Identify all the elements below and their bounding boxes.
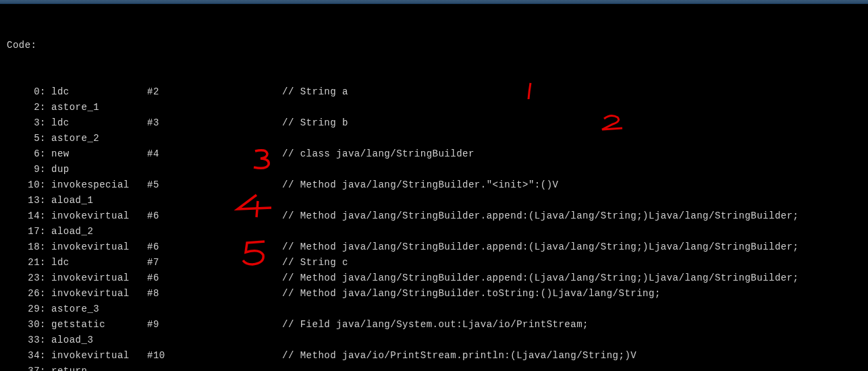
bytecode-line: 9:dup — [7, 162, 868, 177]
offset: 18: — [7, 239, 46, 255]
instruction: invokespecial — [46, 177, 147, 193]
constpool-ref — [147, 193, 282, 208]
instruction: astore_1 — [46, 100, 147, 115]
constpool-ref: #3 — [147, 115, 282, 131]
instruction: return — [46, 364, 147, 371]
offset: 21: — [7, 255, 46, 270]
constpool-ref — [147, 100, 282, 115]
comment: // Method java/io/PrintStream.println:(L… — [282, 348, 636, 364]
instruction: ldc — [46, 115, 147, 131]
instruction: dup — [46, 162, 147, 177]
offset: 14: — [7, 208, 46, 224]
offset: 5: — [7, 131, 46, 146]
constpool-ref — [147, 162, 282, 177]
offset: 2: — [7, 100, 46, 115]
instruction: invokevirtual — [46, 239, 147, 255]
instruction: invokevirtual — [46, 286, 147, 302]
constpool-ref: #7 — [147, 255, 282, 270]
instruction: invokevirtual — [46, 208, 147, 224]
instruction: ldc — [46, 84, 147, 100]
bytecode-line: 14:invokevirtual#6// Method java/lang/St… — [7, 208, 868, 224]
constpool-ref: #5 — [147, 177, 282, 193]
bytecode-line: 26:invokevirtual#8// Method java/lang/St… — [7, 286, 868, 302]
comment: // Method java/lang/StringBuilder.append… — [282, 208, 799, 224]
bytecode-line: 34:invokevirtual#10// Method java/io/Pri… — [7, 348, 868, 364]
comment: // Method java/lang/StringBuilder.append… — [282, 270, 799, 286]
offset: 0: — [7, 84, 46, 100]
instruction: astore_2 — [46, 131, 147, 146]
instruction: aload_1 — [46, 193, 147, 208]
instruction: new — [46, 146, 147, 162]
constpool-ref: #2 — [147, 84, 282, 100]
constpool-ref: #6 — [147, 208, 282, 224]
instruction: aload_2 — [46, 224, 147, 239]
bytecode-line: 5:astore_2 — [7, 131, 868, 146]
comment: // String c — [282, 255, 348, 270]
bytecode-line: 21:ldc#7// String c — [7, 255, 868, 270]
comment: // class java/lang/StringBuilder — [282, 146, 474, 162]
offset: 17: — [7, 224, 46, 239]
comment: // Method java/lang/StringBuilder."<init… — [282, 177, 558, 193]
constpool-ref — [147, 131, 282, 146]
constpool-ref — [147, 333, 282, 348]
instruction: astore_3 — [46, 302, 147, 317]
bytecode-line: 37:return — [7, 364, 868, 371]
bytecode-line: 33:aload_3 — [7, 333, 868, 348]
bytecode-line: 6:new#4// class java/lang/StringBuilder — [7, 146, 868, 162]
constpool-ref: #8 — [147, 286, 282, 302]
instruction: aload_3 — [46, 333, 147, 348]
constpool-ref — [147, 364, 282, 371]
offset: 37: — [7, 364, 46, 371]
constpool-ref: #4 — [147, 146, 282, 162]
comment: // Method java/lang/StringBuilder.append… — [282, 239, 799, 255]
instruction: invokevirtual — [46, 348, 147, 364]
instruction: ldc — [46, 255, 147, 270]
offset: 3: — [7, 115, 46, 131]
offset: 26: — [7, 286, 46, 302]
bytecode-line: 17:aload_2 — [7, 224, 868, 239]
offset: 23: — [7, 270, 46, 286]
bytecode-line: 29:astore_3 — [7, 302, 868, 317]
constpool-ref: #10 — [147, 348, 282, 364]
offset: 13: — [7, 193, 46, 208]
offset: 10: — [7, 177, 46, 193]
constpool-ref — [147, 302, 282, 317]
comment: // Field java/lang/System.out:Ljava/io/P… — [282, 317, 589, 333]
offset: 9: — [7, 162, 46, 177]
bytecode-line: 13:aload_1 — [7, 193, 868, 208]
offset: 29: — [7, 302, 46, 317]
bytecode-line: 18:invokevirtual#6// Method java/lang/St… — [7, 239, 868, 255]
bytecode-line: 30:getstatic#9// Field java/lang/System.… — [7, 317, 868, 333]
code-header: Code: — [7, 38, 868, 53]
offset: 6: — [7, 146, 46, 162]
instruction: invokevirtual — [46, 270, 147, 286]
bytecode-line: 3:ldc#3// String b — [7, 115, 868, 131]
bytecode-line: 0:ldc#2// String a — [7, 84, 868, 100]
constpool-ref — [147, 224, 282, 239]
comment: // String a — [282, 84, 348, 100]
instruction: getstatic — [46, 317, 147, 333]
constpool-ref: #9 — [147, 317, 282, 333]
constpool-ref: #6 — [147, 270, 282, 286]
comment: // Method java/lang/StringBuilder.toStri… — [282, 286, 661, 302]
offset: 33: — [7, 333, 46, 348]
offset: 30: — [7, 317, 46, 333]
bytecode-line: 2:astore_1 — [7, 100, 868, 115]
bytecode-line: 10:invokespecial#5// Method java/lang/St… — [7, 177, 868, 193]
comment: // String b — [282, 115, 348, 131]
bytecode-listing: Code: 0:ldc#2// String a2:astore_13:ldc#… — [0, 4, 868, 371]
constpool-ref: #6 — [147, 239, 282, 255]
bytecode-line: 23:invokevirtual#6// Method java/lang/St… — [7, 270, 868, 286]
offset: 34: — [7, 348, 46, 364]
